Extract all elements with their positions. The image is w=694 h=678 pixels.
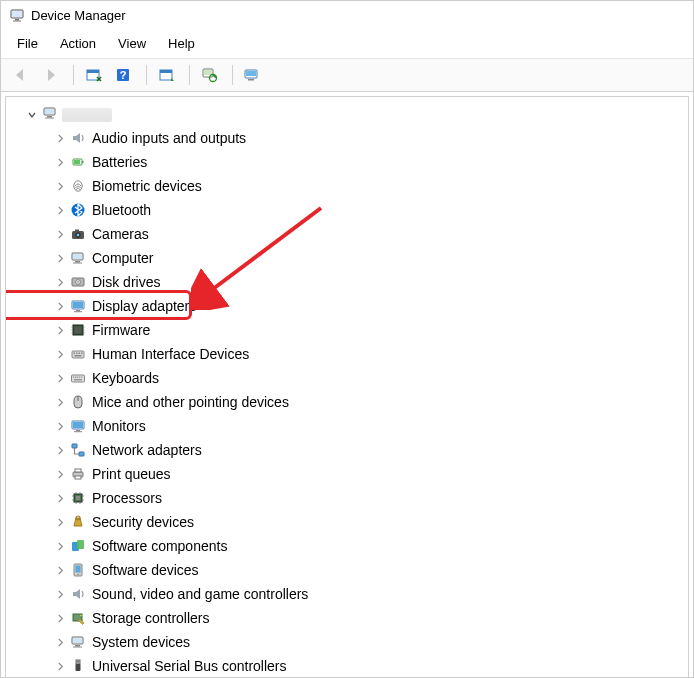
svg-rect-53 bbox=[75, 355, 82, 357]
svg-rect-18 bbox=[47, 116, 52, 118]
tree-node-label: Monitors bbox=[92, 416, 146, 436]
svg-rect-64 bbox=[76, 430, 80, 431]
tree-node-bluetooth[interactable]: Bluetooth bbox=[10, 198, 684, 222]
tree-node-label: Security devices bbox=[92, 512, 194, 532]
tree-node-label: Biometric devices bbox=[92, 176, 202, 196]
svg-rect-17 bbox=[45, 109, 54, 114]
tree-node-swcomp[interactable]: Software components bbox=[10, 534, 684, 558]
svg-point-27 bbox=[77, 234, 80, 237]
chevron-right-icon[interactable] bbox=[54, 372, 66, 384]
chevron-right-icon[interactable] bbox=[54, 492, 66, 504]
chevron-right-icon[interactable] bbox=[54, 324, 66, 336]
chevron-right-icon[interactable] bbox=[54, 252, 66, 264]
batteries-icon bbox=[69, 153, 87, 171]
svg-rect-32 bbox=[73, 263, 82, 264]
tree-node-network[interactable]: Network adapters bbox=[10, 438, 684, 462]
chevron-right-icon[interactable] bbox=[54, 228, 66, 240]
chevron-right-icon[interactable] bbox=[54, 420, 66, 432]
tree-node-firmware[interactable]: Firmware bbox=[10, 318, 684, 342]
svg-rect-9 bbox=[160, 70, 172, 73]
svg-rect-50 bbox=[76, 353, 78, 355]
chevron-right-icon[interactable] bbox=[54, 660, 66, 672]
tree-node-audio[interactable]: Audio inputs and outputs bbox=[10, 126, 684, 150]
chevron-right-icon[interactable] bbox=[54, 636, 66, 648]
chevron-right-icon[interactable] bbox=[54, 444, 66, 456]
chevron-right-icon[interactable] bbox=[54, 396, 66, 408]
tree-root-node[interactable] bbox=[10, 103, 684, 126]
tree-node-label: Processors bbox=[92, 488, 162, 508]
printq-icon bbox=[69, 465, 87, 483]
svg-point-35 bbox=[77, 281, 78, 282]
titlebar: Device Manager bbox=[1, 1, 693, 29]
svg-rect-54 bbox=[72, 375, 85, 382]
tree-node-label: Mice and other pointing devices bbox=[92, 392, 289, 412]
window-title: Device Manager bbox=[31, 8, 126, 23]
svg-rect-93 bbox=[76, 660, 80, 664]
svg-rect-85 bbox=[76, 566, 81, 573]
chevron-right-icon[interactable] bbox=[54, 348, 66, 360]
chevron-right-icon[interactable] bbox=[54, 276, 66, 288]
computer-icon bbox=[42, 105, 58, 124]
tree-node-storage[interactable]: Storage controllers bbox=[10, 606, 684, 630]
help-button[interactable]: ? bbox=[110, 63, 138, 87]
device-tree: Audio inputs and outputsBatteriesBiometr… bbox=[5, 96, 689, 678]
tree-node-label: Cameras bbox=[92, 224, 149, 244]
tree-node-keyboards[interactable]: Keyboards bbox=[10, 366, 684, 390]
tree-node-hid[interactable]: Human Interface Devices bbox=[10, 342, 684, 366]
svg-rect-94 bbox=[76, 664, 81, 671]
tree-node-monitors[interactable]: Monitors bbox=[10, 414, 684, 438]
scan-hardware-button[interactable] bbox=[196, 63, 224, 87]
tree-node-display[interactable]: Display adapters bbox=[10, 294, 684, 318]
toolbar-separator bbox=[146, 65, 147, 85]
show-hidden-button[interactable] bbox=[80, 63, 108, 87]
chevron-right-icon[interactable] bbox=[54, 132, 66, 144]
firmware-icon bbox=[69, 321, 87, 339]
tree-node-processors[interactable]: Processors bbox=[10, 486, 684, 510]
tree-node-printq[interactable]: Print queues bbox=[10, 462, 684, 486]
chevron-down-icon[interactable] bbox=[26, 109, 38, 121]
tree-node-swdev[interactable]: Software devices bbox=[10, 558, 684, 582]
menu-view[interactable]: View bbox=[108, 33, 156, 54]
tree-node-disk[interactable]: Disk drives bbox=[10, 270, 684, 294]
tree-node-mice[interactable]: Mice and other pointing devices bbox=[10, 390, 684, 414]
svg-rect-51 bbox=[79, 353, 81, 355]
chevron-right-icon[interactable] bbox=[54, 468, 66, 480]
chevron-right-icon[interactable] bbox=[54, 180, 66, 192]
chevron-right-icon[interactable] bbox=[54, 564, 66, 576]
tree-node-label: Software devices bbox=[92, 560, 199, 580]
device-manager-icon bbox=[9, 7, 25, 23]
tree-node-security[interactable]: Security devices bbox=[10, 510, 684, 534]
chevron-right-icon[interactable] bbox=[54, 204, 66, 216]
menubar: File Action View Help bbox=[1, 29, 693, 59]
tree-node-usb[interactable]: Universal Serial Bus controllers bbox=[10, 654, 684, 678]
computer-icon bbox=[69, 249, 87, 267]
usb-icon bbox=[69, 657, 87, 675]
tree-node-biometric[interactable]: Biometric devices bbox=[10, 174, 684, 198]
menu-help[interactable]: Help bbox=[158, 33, 205, 54]
tree-node-label: Storage controllers bbox=[92, 608, 210, 628]
nav-forward-button[interactable] bbox=[37, 63, 65, 87]
action-menu-button[interactable] bbox=[153, 63, 181, 87]
chevron-right-icon[interactable] bbox=[54, 588, 66, 600]
menu-action[interactable]: Action bbox=[50, 33, 106, 54]
chevron-right-icon[interactable] bbox=[54, 516, 66, 528]
tree-node-batteries[interactable]: Batteries bbox=[10, 150, 684, 174]
chevron-right-icon[interactable] bbox=[54, 156, 66, 168]
svg-point-86 bbox=[77, 574, 79, 576]
toolbar-separator bbox=[73, 65, 74, 85]
nav-back-button[interactable] bbox=[7, 63, 35, 87]
tree-node-sound[interactable]: Sound, video and game controllers bbox=[10, 582, 684, 606]
svg-rect-67 bbox=[79, 452, 84, 456]
tree-node-computer[interactable]: Computer bbox=[10, 246, 684, 270]
svg-rect-39 bbox=[74, 311, 82, 312]
chevron-right-icon[interactable] bbox=[54, 300, 66, 312]
menu-file[interactable]: File bbox=[7, 33, 48, 54]
svg-rect-48 bbox=[72, 351, 84, 358]
add-legacy-button[interactable] bbox=[239, 63, 267, 87]
chevron-right-icon[interactable] bbox=[54, 612, 66, 624]
tree-node-label: Software components bbox=[92, 536, 227, 556]
storage-icon bbox=[69, 609, 87, 627]
tree-node-cameras[interactable]: Cameras bbox=[10, 222, 684, 246]
chevron-right-icon[interactable] bbox=[54, 540, 66, 552]
tree-node-system[interactable]: System devices bbox=[10, 630, 684, 654]
